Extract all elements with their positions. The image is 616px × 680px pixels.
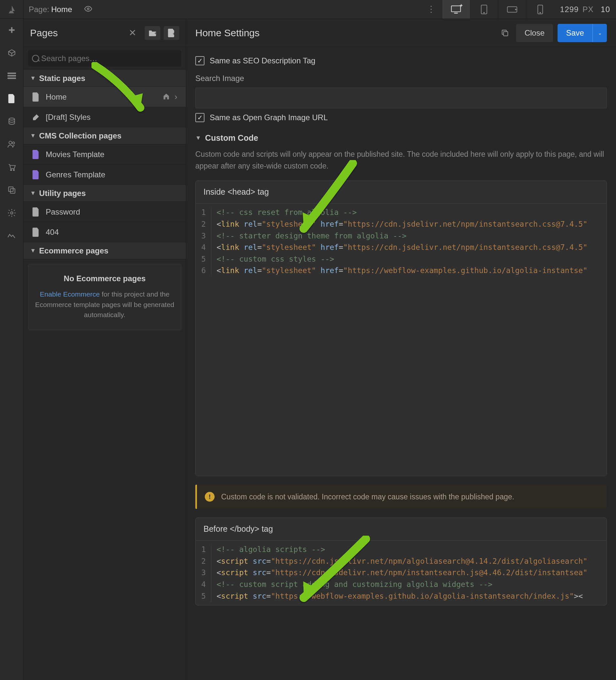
pages-icon[interactable] <box>5 92 18 105</box>
box-icon[interactable] <box>5 46 18 59</box>
svg-point-4 <box>484 12 484 13</box>
topbar: Page: Home ⋮ ✦ 1299 PX <box>0 0 616 19</box>
new-page-button[interactable]: + <box>164 26 179 40</box>
custom-code-warning: ! Custom code is not validated. Incorrec… <box>195 485 607 509</box>
svg-text:+: + <box>154 31 157 36</box>
section-cms-pages[interactable]: ▼CMS Collection pages <box>24 128 186 144</box>
page-item-home[interactable]: Home › <box>24 87 186 107</box>
svg-rect-24 <box>504 31 508 36</box>
section-ecommerce-pages[interactable]: ▼Ecommerce pages <box>24 242 186 259</box>
svg-rect-2 <box>454 12 457 13</box>
settings-icon[interactable] <box>5 206 18 220</box>
svg-rect-12 <box>7 75 16 77</box>
audit-icon[interactable] <box>5 229 18 242</box>
svg-point-8 <box>540 12 540 13</box>
svg-rect-20 <box>10 189 15 193</box>
page-item-genres[interactable]: Genres Template <box>24 165 186 185</box>
page-item-movies[interactable]: Movies Template <box>24 144 186 165</box>
copy-icon[interactable] <box>498 26 511 39</box>
navigator-icon[interactable] <box>5 69 18 82</box>
add-element-icon[interactable] <box>5 24 18 36</box>
chevron-right-icon[interactable]: › <box>174 92 177 102</box>
head-code-editor[interactable]: Inside <head> tag 1<!-- css reset from a… <box>195 180 607 476</box>
device-phone-button[interactable] <box>526 0 554 19</box>
checkbox-icon <box>195 113 204 122</box>
assets-icon[interactable] <box>5 183 18 197</box>
svg-rect-13 <box>7 77 16 79</box>
settings-title: Home Settings <box>195 27 498 38</box>
page-item-password[interactable]: Password <box>24 202 186 222</box>
home-indicator-icon <box>163 93 170 101</box>
search-image-label: Search Image <box>195 74 607 83</box>
search-image-input[interactable] <box>195 88 607 108</box>
pages-panel: Pages ✕ + + ▼Static pages Home › <box>24 19 186 680</box>
svg-point-0 <box>87 8 89 9</box>
current-page-indicator[interactable]: Page: Home <box>24 5 77 14</box>
svg-rect-19 <box>8 187 13 191</box>
svg-point-17 <box>10 170 11 170</box>
svg-point-16 <box>12 142 15 144</box>
svg-rect-11 <box>7 73 16 74</box>
left-rail <box>0 19 24 680</box>
seo-description-checkbox[interactable]: Same as SEO Description Tag <box>195 56 607 65</box>
enable-ecommerce-link[interactable]: Enable Ecommerce <box>40 290 100 298</box>
svg-rect-10 <box>9 29 15 31</box>
svg-point-21 <box>10 212 13 214</box>
page-item-styles[interactable]: [Draft] Styles <box>24 107 186 128</box>
custom-code-section-header[interactable]: ▼ Custom Code <box>195 133 607 143</box>
pages-panel-title: Pages <box>30 27 129 38</box>
svg-point-15 <box>9 141 12 144</box>
page-item-404[interactable]: 404 <box>24 222 186 242</box>
device-desktop-button[interactable]: ✦ <box>442 0 470 19</box>
page-value: Home <box>51 5 72 14</box>
warning-icon: ! <box>205 492 215 502</box>
close-button[interactable]: Close <box>516 24 553 42</box>
svg-text:+: + <box>173 31 175 36</box>
svg-point-14 <box>9 118 15 120</box>
page-label: Page: <box>29 5 49 14</box>
og-image-checkbox[interactable]: Same as Open Graph Image URL <box>195 113 607 122</box>
search-input[interactable] <box>28 50 181 67</box>
ecommerce-empty-state: No Ecommerce pages Enable Ecommerce for … <box>28 264 181 330</box>
save-button[interactable]: Save <box>558 24 592 42</box>
checkbox-icon <box>195 56 204 65</box>
new-folder-button[interactable]: + <box>145 26 160 40</box>
users-icon[interactable] <box>5 138 18 151</box>
cms-icon[interactable] <box>5 115 18 128</box>
svg-point-18 <box>13 170 14 170</box>
section-utility-pages[interactable]: ▼Utility pages <box>24 185 186 202</box>
device-landscape-button[interactable] <box>498 0 526 19</box>
close-panel-icon[interactable]: ✕ <box>129 27 136 38</box>
section-static-pages[interactable]: ▼Static pages <box>24 70 186 87</box>
settings-panel: Home Settings Close Save ⌄ Same as SEO D… <box>186 19 616 680</box>
svg-point-6 <box>515 9 516 9</box>
body-code-editor[interactable]: Before </body> tag 1<!-- algolia scripts… <box>195 517 607 605</box>
preview-icon[interactable] <box>84 5 92 14</box>
more-icon[interactable]: ⋮ <box>420 4 442 15</box>
canvas-size-display[interactable]: 1299 PX 10 <box>554 5 616 14</box>
app-logo[interactable] <box>0 0 24 19</box>
ecommerce-icon[interactable] <box>5 161 18 174</box>
save-dropdown-icon[interactable]: ⌄ <box>592 24 607 42</box>
device-tablet-button[interactable] <box>470 0 498 19</box>
custom-code-help-text: Custom code and scripts will only appear… <box>195 149 607 172</box>
